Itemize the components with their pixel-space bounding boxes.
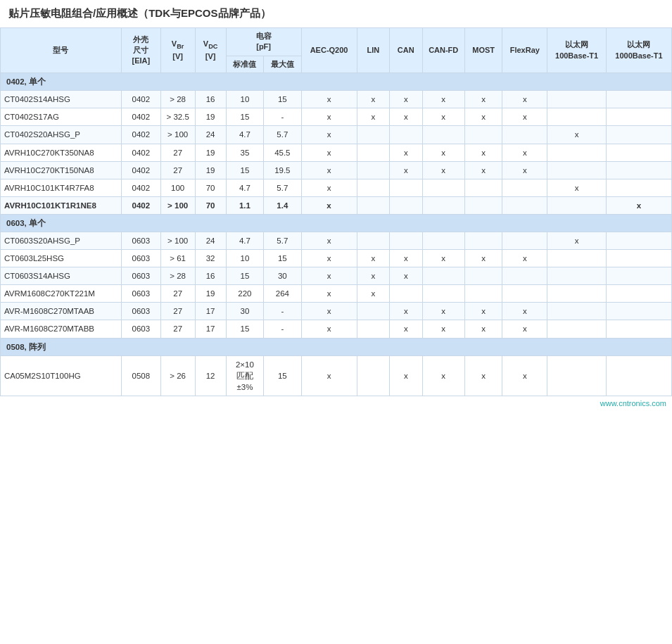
cell-aec: x [301, 179, 357, 196]
cell-cap-max: 1.4 [264, 196, 301, 214]
cell-pkg: 0402 [121, 144, 160, 161]
cell-lin [357, 144, 389, 161]
table-row: AVRM1608C270KT221M06032719220264xx [1, 285, 672, 303]
cell-eth100 [547, 144, 607, 161]
table-row: AVRH10C101KT4R7FA80402100704.75.7xx [1, 179, 672, 196]
cell-eth1000 [606, 285, 671, 303]
cell-model: CT0402S20AHSG_P [1, 126, 122, 144]
cell-aec: x [301, 161, 357, 179]
cell-eth1000 [606, 355, 671, 396]
cell-flex [502, 179, 547, 196]
cell-flex [502, 267, 547, 285]
cell-canfd: x [422, 303, 464, 320]
cell-can: x [390, 91, 422, 108]
cell-cap-std: 10 [226, 91, 263, 108]
cell-vbr: > 100 [160, 126, 195, 144]
header-vdc: VDC[V] [195, 28, 226, 73]
cell-lin: x [357, 250, 389, 267]
cell-canfd [422, 232, 464, 250]
cell-cap-max: 19.5 [264, 161, 301, 179]
cell-lin [357, 303, 389, 320]
cell-canfd: x [422, 355, 464, 396]
cell-lin [357, 196, 389, 214]
cell-most: x [464, 144, 502, 161]
cell-eth1000 [606, 250, 671, 267]
cell-cap-std: 4.7 [226, 232, 263, 250]
cell-eth1000 [606, 126, 671, 144]
cell-lin: x [357, 108, 389, 126]
cell-vdc: 70 [195, 179, 226, 196]
cell-flex: x [502, 355, 547, 396]
cell-canfd [422, 126, 464, 144]
cell-vdc: 32 [195, 250, 226, 267]
cell-vbr: 27 [160, 161, 195, 179]
cell-model: AVRH10C270KT350NA8 [1, 144, 122, 161]
cell-vbr: > 26 [160, 355, 195, 396]
cell-pkg: 0603 [121, 267, 160, 285]
cell-most: x [464, 161, 502, 179]
cell-pkg: 0603 [121, 250, 160, 267]
cell-eth1000 [606, 303, 671, 320]
cell-aec: x [301, 285, 357, 303]
cell-flex: x [502, 320, 547, 338]
header-most: MOST [464, 28, 502, 73]
table-row: CT0402S20AHSG_P0402> 100244.75.7xx [1, 126, 672, 144]
cell-can: x [390, 108, 422, 126]
cell-cap-max: 5.7 [264, 232, 301, 250]
cell-vbr: > 61 [160, 250, 195, 267]
cell-pkg: 0402 [121, 196, 160, 214]
cell-lin: x [357, 91, 389, 108]
cell-cap-max: - [264, 303, 301, 320]
cell-most: x [464, 355, 502, 396]
cell-eth100 [547, 267, 607, 285]
cell-pkg: 0402 [121, 161, 160, 179]
cell-aec: x [301, 320, 357, 338]
cell-pkg: 0402 [121, 126, 160, 144]
cell-lin [357, 232, 389, 250]
cell-can: x [390, 267, 422, 285]
cell-eth100 [547, 108, 607, 126]
cell-vbr: > 100 [160, 232, 195, 250]
cell-cap-max: 15 [264, 355, 301, 396]
cell-vdc: 12 [195, 355, 226, 396]
cell-can [390, 126, 422, 144]
cell-flex: x [502, 250, 547, 267]
cell-vdc: 19 [195, 285, 226, 303]
cell-vbr: 27 [160, 320, 195, 338]
cell-lin [357, 320, 389, 338]
table-row: AVRH10C101KT1R1NE80402> 100701.11.4xx [1, 196, 672, 214]
table-row: CT0402S14AHSG0402> 28161015xxxxxx [1, 91, 672, 108]
cell-canfd [422, 179, 464, 196]
table-row: CA05M2S10T100HG0508> 26122×10匹配±3%15xxxx… [1, 355, 672, 396]
cell-aec: x [301, 303, 357, 320]
cell-vdc: 19 [195, 161, 226, 179]
cell-eth1000 [606, 320, 671, 338]
group-label: 0508, 阵列 [1, 338, 672, 355]
cell-eth100: x [547, 126, 607, 144]
cell-cap-max: 15 [264, 250, 301, 267]
cell-lin [357, 161, 389, 179]
cell-pkg: 0603 [121, 232, 160, 250]
cell-flex: x [502, 144, 547, 161]
cell-most [464, 196, 502, 214]
cell-aec: x [301, 355, 357, 396]
header-model: 型号 [1, 28, 122, 73]
cell-vdc: 24 [195, 126, 226, 144]
cell-eth100 [547, 320, 607, 338]
cell-flex [502, 285, 547, 303]
cell-can: x [390, 303, 422, 320]
cell-can [390, 285, 422, 303]
cell-aec: x [301, 108, 357, 126]
cell-model: AVR-M1608C270MTABB [1, 320, 122, 338]
cell-cap-std: 2×10匹配±3% [226, 355, 263, 396]
cell-model: CT0603S20AHSG_P [1, 232, 122, 250]
header-aec: AEC-Q200 [301, 28, 357, 73]
cell-vbr: 27 [160, 303, 195, 320]
cell-eth100: x [547, 232, 607, 250]
cell-cap-max: 15 [264, 91, 301, 108]
cell-pkg: 0402 [121, 91, 160, 108]
group-label: 0603, 单个 [1, 214, 672, 232]
cell-model: CT0402S17AG [1, 108, 122, 126]
cell-can [390, 196, 422, 214]
cell-vbr: 100 [160, 179, 195, 196]
